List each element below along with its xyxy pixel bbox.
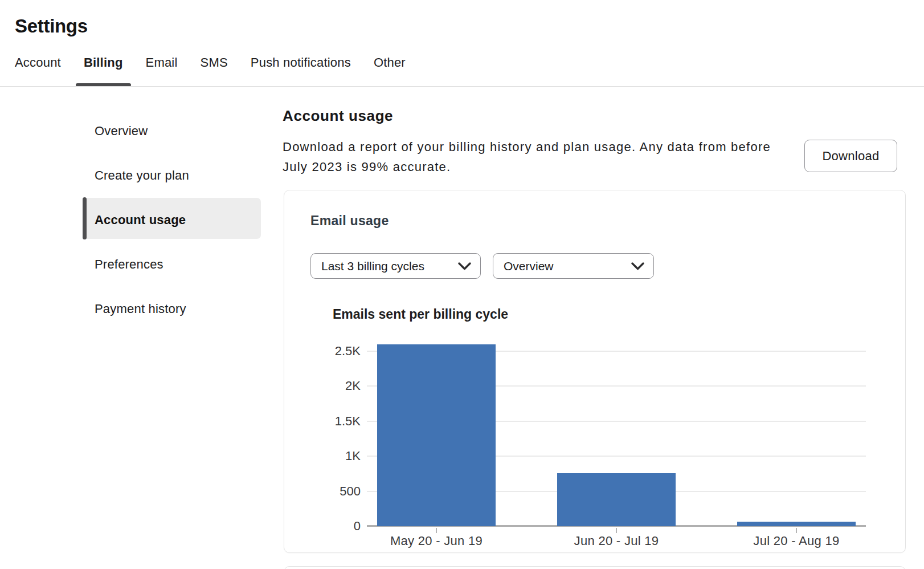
- x-axis-label: Jun 20 - Jul 19: [525, 533, 708, 549]
- sidebar-item-payment-history[interactable]: Payment history: [95, 301, 186, 317]
- y-axis-label: 2.5K: [284, 343, 361, 359]
- y-axis-label: 2K: [284, 378, 361, 394]
- tab-sms[interactable]: SMS: [201, 55, 228, 71]
- email-usage-chart: Emails sent per billing cycle 05001K1.5K…: [284, 190, 906, 554]
- email-usage-card: Email usage Last 3 billing cycles Overvi…: [284, 190, 906, 553]
- description-line-1: Download a report of your billing histor…: [283, 137, 771, 157]
- section-description: Download a report of your billing histor…: [283, 137, 771, 177]
- y-axis-label: 500: [284, 483, 361, 499]
- section-heading: Account usage: [283, 107, 393, 125]
- tab-account[interactable]: Account: [15, 55, 61, 71]
- sidebar: Overview Create your plan Account usage …: [0, 87, 273, 569]
- y-axis-label: 0: [284, 518, 361, 534]
- tab-email[interactable]: Email: [146, 55, 178, 71]
- sidebar-active-indicator: [83, 197, 87, 239]
- tab-other[interactable]: Other: [374, 55, 406, 71]
- chart-bar: [377, 344, 496, 526]
- tab-push-notifications[interactable]: Push notifications: [251, 55, 351, 71]
- tab-billing[interactable]: Billing: [84, 55, 123, 71]
- y-axis-label: 1K: [284, 448, 361, 464]
- sidebar-item-account-usage[interactable]: Account usage: [95, 212, 186, 228]
- x-axis-tick: [616, 528, 617, 533]
- download-button[interactable]: Download: [804, 140, 897, 172]
- chart-bar: [737, 522, 856, 526]
- description-line-2: July 2023 is 99% accurate.: [283, 157, 771, 177]
- sidebar-item-create-your-plan[interactable]: Create your plan: [95, 168, 189, 184]
- sidebar-item-preferences[interactable]: Preferences: [95, 257, 163, 273]
- chart-bar: [557, 473, 676, 526]
- x-axis-label: Jul 20 - Aug 19: [705, 533, 888, 549]
- next-card: [284, 566, 906, 569]
- settings-page: Settings Account Billing Email SMS Push …: [0, 0, 924, 569]
- tab-bar: Account Billing Email SMS Push notificat…: [15, 55, 406, 71]
- x-axis-tick: [436, 528, 437, 533]
- sidebar-item-overview[interactable]: Overview: [95, 123, 148, 139]
- chart-title: Emails sent per billing cycle: [333, 307, 508, 322]
- x-axis-tick: [796, 528, 797, 533]
- x-axis-label: May 20 - Jun 19: [345, 533, 528, 549]
- page-title: Settings: [15, 15, 88, 37]
- main-content: Account usage Download a report of your …: [283, 87, 924, 569]
- y-axis-label: 1.5K: [284, 413, 361, 429]
